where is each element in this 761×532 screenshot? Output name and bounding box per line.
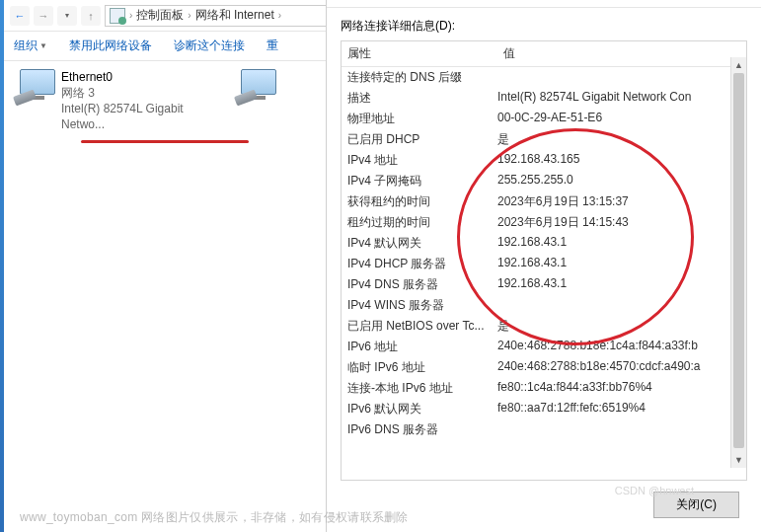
value-cell: Intel(R) 82574L Gigabit Network Con (497, 90, 740, 107)
value-cell (497, 421, 740, 438)
detail-row[interactable]: 连接-本地 IPv6 地址fe80::1c4a:f844:a33f:bb76%4 (342, 378, 746, 399)
detail-row[interactable]: 连接特定的 DNS 后缀 (342, 67, 746, 88)
organize-menu[interactable]: 组织 ▼ (14, 38, 47, 54)
value-cell: 192.168.43.1 (497, 235, 740, 252)
property-cell: IPv4 WINS 服务器 (347, 297, 497, 314)
property-cell: 已启用 NetBIOS over Tc... (347, 318, 497, 335)
value-cell (497, 69, 740, 86)
adapter-network: 网络 3 (61, 85, 199, 101)
value-cell: fe80::1c4a:f844:a33f:bb76%4 (497, 380, 740, 397)
adapter-name: Ethernet0 (61, 69, 199, 85)
property-cell: IPv6 DNS 服务器 (347, 421, 497, 438)
detail-row[interactable]: IPv4 DHCP 服务器192.168.43.1 (342, 254, 746, 274)
value-cell: 240e:468:2788:b18e:1c4a:f844:a33f:b (497, 339, 740, 355)
control-panel-icon (110, 8, 125, 24)
dialog-titlebar (327, 0, 761, 8)
detail-row[interactable]: IPv4 DNS 服务器192.168.43.1 (342, 274, 746, 295)
scrollbar[interactable]: ▲ ▼ (730, 57, 746, 468)
value-cell: 192.168.43.1 (497, 256, 740, 272)
chevron-right-icon: › (129, 10, 132, 21)
value-cell: 192.168.43.165 (497, 152, 740, 169)
details-dialog: 网络连接详细信息(D): 属性 值 连接特定的 DNS 后缀描述Intel(R)… (326, 0, 761, 532)
property-cell: 连接-本地 IPv6 地址 (347, 380, 497, 397)
chevron-down-icon: ▼ (39, 41, 47, 50)
property-cell: 租约过期的时间 (347, 214, 497, 231)
detail-row[interactable]: IPv4 子网掩码255.255.255.0 (342, 171, 746, 191)
property-cell: 获得租约的时间 (347, 193, 497, 210)
detail-row[interactable]: IPv6 DNS 服务器 (342, 419, 746, 440)
value-cell: 2023年6月19日 14:15:43 (497, 214, 740, 231)
breadcrumb-network[interactable]: 网络和 Internet (195, 7, 274, 24)
back-button[interactable]: ← (10, 6, 30, 26)
column-header-property[interactable]: 属性 (342, 41, 497, 66)
footer-watermark: www_toymoban_com 网络图片仅供展示，非存储，如有侵权请联系删除 (20, 509, 409, 526)
column-header-row: 属性 值 (342, 41, 746, 67)
detail-row[interactable]: IPv6 地址240e:468:2788:b18e:1c4a:f844:a33f… (342, 337, 746, 357)
forward-button[interactable]: → (34, 6, 53, 26)
breadcrumb-control-panel[interactable]: 控制面板 (136, 7, 184, 24)
adapter-item[interactable]: Ethernet0 网络 3 Intel(R) 82574L Gigabit N… (14, 69, 199, 132)
value-cell: 2023年6月19日 13:15:37 (497, 193, 740, 210)
value-cell: 00-0C-29-AE-51-E6 (497, 111, 740, 127)
annotation-underline (81, 140, 249, 143)
value-cell: 是 (497, 318, 740, 335)
detail-row[interactable]: 获得租约的时间2023年6月19日 13:15:37 (342, 191, 746, 212)
adapter-icon (235, 69, 276, 105)
property-cell: IPv6 地址 (347, 339, 497, 355)
value-cell: 192.168.43.1 (497, 276, 740, 293)
property-cell: IPv4 子网掩码 (347, 173, 497, 190)
diagnose-button[interactable]: 诊断这个连接 (174, 38, 245, 54)
property-cell: 已启用 DHCP (347, 131, 497, 148)
property-cell: 连接特定的 DNS 后缀 (347, 69, 497, 86)
details-label: 网络连接详细信息(D): (327, 8, 761, 40)
chevron-right-icon: › (278, 10, 281, 21)
detail-row[interactable]: IPv6 默认网关fe80::aa7d:12ff:fefc:6519%4 (342, 399, 746, 419)
disable-device-button[interactable]: 禁用此网络设备 (69, 38, 152, 54)
chevron-right-icon: › (188, 10, 190, 21)
scroll-down-icon[interactable]: ▼ (731, 452, 746, 468)
detail-row[interactable]: 已启用 NetBIOS over Tc...是 (342, 316, 746, 337)
property-cell: IPv4 DNS 服务器 (347, 276, 497, 293)
property-cell: IPv4 默认网关 (347, 235, 497, 252)
value-cell: fe80::aa7d:12ff:fefc:6519%4 (497, 401, 740, 418)
details-rows: 连接特定的 DNS 后缀描述Intel(R) 82574L Gigabit Ne… (342, 67, 746, 480)
value-cell: 255.255.255.0 (497, 173, 740, 190)
detail-row[interactable]: 描述Intel(R) 82574L Gigabit Network Con (342, 88, 746, 109)
detail-row[interactable]: 物理地址00-0C-29-AE-51-E6 (342, 109, 746, 129)
adapter-description: Intel(R) 82574L Gigabit Netwo... (61, 101, 199, 132)
scroll-thumb[interactable] (733, 73, 744, 448)
csdn-watermark: CSDN @hnwest (615, 485, 694, 496)
detail-row[interactable]: IPv4 地址192.168.43.165 (342, 150, 746, 171)
adapter-icon (14, 69, 55, 105)
up-button[interactable]: ↑ (81, 6, 101, 26)
value-cell: 240e:468:2788:b18e:4570:cdcf:a490:a (497, 359, 740, 376)
property-cell: 描述 (347, 90, 497, 107)
value-cell: 是 (497, 131, 740, 148)
property-cell: IPv4 地址 (347, 152, 497, 169)
details-listview[interactable]: 属性 值 连接特定的 DNS 后缀描述Intel(R) 82574L Gigab… (341, 40, 747, 481)
value-cell (497, 297, 740, 314)
recent-dropdown[interactable]: ▾ (57, 6, 77, 26)
property-cell: 临时 IPv6 地址 (347, 359, 497, 376)
detail-row[interactable]: IPv4 WINS 服务器 (342, 295, 746, 316)
adapter-text: Ethernet0 网络 3 Intel(R) 82574L Gigabit N… (61, 69, 199, 132)
property-cell: IPv6 默认网关 (347, 401, 497, 418)
column-header-value[interactable]: 值 (497, 41, 746, 66)
detail-row[interactable]: 租约过期的时间2023年6月19日 14:15:43 (342, 212, 746, 233)
property-cell: 物理地址 (347, 111, 497, 127)
detail-row[interactable]: 临时 IPv6 地址240e:468:2788:b18e:4570:cdcf:a… (342, 357, 746, 378)
detail-row[interactable]: 已启用 DHCP是 (342, 129, 746, 150)
detail-row[interactable]: IPv4 默认网关192.168.43.1 (342, 233, 746, 254)
property-cell: IPv4 DHCP 服务器 (347, 256, 497, 272)
scroll-up-icon[interactable]: ▲ (731, 57, 746, 73)
rename-button[interactable]: 重 (266, 38, 278, 54)
